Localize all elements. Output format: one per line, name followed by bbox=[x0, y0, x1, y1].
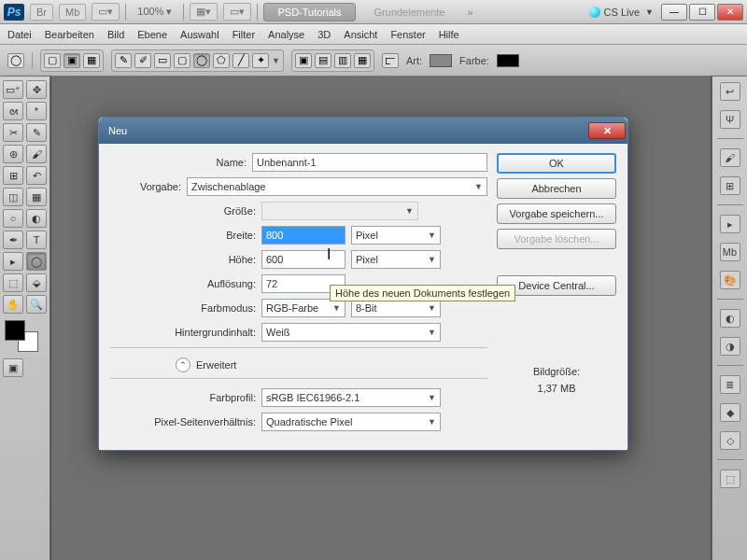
add-path-icon[interactable]: ▣ bbox=[295, 53, 312, 68]
screen-mode-button[interactable]: ▭▾ bbox=[92, 3, 120, 21]
minibridge-panel-icon[interactable]: Mb bbox=[720, 243, 740, 261]
height-field[interactable] bbox=[261, 250, 345, 269]
current-tool-preset[interactable]: ◯ bbox=[7, 53, 24, 68]
layers-panel-icon[interactable]: ≣ bbox=[720, 375, 740, 394]
menu-3d[interactable]: 3D bbox=[317, 29, 331, 40]
maximize-button[interactable]: ☐ bbox=[689, 4, 715, 21]
color-swatch[interactable] bbox=[497, 54, 519, 67]
actions-panel-icon[interactable]: Ψ bbox=[720, 110, 740, 129]
menu-ebene[interactable]: Ebene bbox=[137, 29, 167, 40]
polygon-icon[interactable]: ⬠ bbox=[213, 53, 230, 68]
arrange-button[interactable]: ▭▾ bbox=[223, 3, 251, 21]
magic-wand-tool[interactable]: * bbox=[26, 102, 47, 120]
dialog-close-button[interactable]: ✕ bbox=[588, 122, 626, 139]
character-panel-icon[interactable]: ⬚ bbox=[720, 469, 740, 488]
info-panel-icon[interactable]: ▸ bbox=[720, 215, 740, 233]
menu-filter[interactable]: Filter bbox=[233, 29, 255, 40]
blur-tool[interactable]: ○ bbox=[3, 209, 23, 228]
channels-panel-icon[interactable]: ◆ bbox=[720, 403, 740, 422]
custom-shape-icon[interactable]: ✦ bbox=[252, 53, 269, 68]
type-tool[interactable]: T bbox=[26, 231, 47, 249]
gradient-tool[interactable]: ▦ bbox=[26, 188, 47, 206]
width-field[interactable] bbox=[261, 226, 345, 245]
subtract-path-icon[interactable]: ▤ bbox=[315, 53, 331, 68]
height-unit-select[interactable]: Pixel▼ bbox=[351, 250, 441, 269]
name-field[interactable] bbox=[252, 153, 487, 172]
masks-panel-icon[interactable]: ◑ bbox=[720, 337, 740, 356]
crop-tool[interactable]: ✂ bbox=[3, 123, 23, 142]
rect-icon[interactable]: ▭ bbox=[154, 53, 171, 68]
preset-select[interactable]: Zwischenablage▼ bbox=[187, 177, 487, 196]
aspect-select[interactable]: Quadratische Pixel▼ bbox=[261, 413, 441, 431]
style-swatch[interactable] bbox=[430, 54, 452, 67]
menu-auswahl[interactable]: Auswahl bbox=[180, 29, 219, 40]
adjustments-panel-icon[interactable]: ◐ bbox=[720, 309, 740, 328]
fg-bg-colors[interactable] bbox=[3, 320, 40, 352]
zoom-tool[interactable]: 🔍 bbox=[26, 295, 47, 314]
dodge-tool[interactable]: ◐ bbox=[26, 209, 47, 228]
shape-tool[interactable]: ◯ bbox=[26, 252, 47, 271]
zoom-level[interactable]: 100% ▾ bbox=[132, 6, 177, 18]
separator bbox=[183, 4, 184, 21]
workspace-tab-active[interactable]: PSD-Tutorials bbox=[263, 3, 355, 21]
align-icon[interactable]: ⫍ bbox=[382, 53, 399, 68]
3d-tool[interactable]: ⬚ bbox=[3, 273, 23, 292]
pen-tool[interactable]: ✒ bbox=[3, 231, 23, 249]
heal-tool[interactable]: ⊛ bbox=[3, 145, 23, 163]
advanced-toggle[interactable]: ⌃ Erweitert bbox=[176, 357, 487, 372]
eraser-tool[interactable]: ◫ bbox=[3, 188, 23, 206]
stamp-tool[interactable]: ⊞ bbox=[3, 166, 23, 185]
fill-pixels-icon[interactable]: ▦ bbox=[83, 53, 100, 68]
save-preset-button[interactable]: Vorgabe speichern... bbox=[497, 203, 616, 224]
fg-color-swatch[interactable] bbox=[5, 320, 25, 341]
menu-ansicht[interactable]: Ansicht bbox=[344, 29, 377, 40]
menu-hilfe[interactable]: Hilfe bbox=[439, 29, 459, 40]
brush-tool[interactable]: 🖌 bbox=[26, 145, 47, 163]
shape-layers-icon[interactable]: ▢ bbox=[44, 53, 61, 68]
history-panel-icon[interactable]: ↩ bbox=[720, 82, 740, 101]
ellipse-icon[interactable]: ◯ bbox=[193, 53, 210, 68]
move-arrow-tool[interactable]: ✥ bbox=[26, 80, 47, 99]
history-brush-tool[interactable]: ↶ bbox=[26, 166, 47, 185]
3d-camera-tool[interactable]: ⬙ bbox=[26, 273, 47, 292]
color-panel-icon[interactable]: 🎨 bbox=[720, 271, 740, 289]
pen-icon[interactable]: ✎ bbox=[115, 53, 132, 68]
clone-panel-icon[interactable]: ⊞ bbox=[720, 176, 740, 195]
line-icon[interactable]: ╱ bbox=[233, 53, 249, 68]
dialog-titlebar[interactable]: Neu ✕ bbox=[99, 118, 627, 144]
window-close-button[interactable]: ✕ bbox=[717, 4, 743, 21]
freeform-pen-icon[interactable]: ✐ bbox=[134, 53, 151, 68]
menu-fenster[interactable]: Fenster bbox=[390, 29, 425, 40]
cs-live-button[interactable]: CS Live▼ bbox=[589, 7, 654, 18]
hand-tool[interactable]: ✋ bbox=[3, 295, 23, 314]
quickmask-tool[interactable]: ▣ bbox=[3, 358, 23, 377]
intersect-path-icon[interactable]: ▥ bbox=[334, 53, 351, 68]
workspace-tab-inactive[interactable]: Grundelemente bbox=[361, 4, 458, 21]
colormode-select[interactable]: RGB-Farbe▼ bbox=[261, 299, 345, 317]
menu-bild[interactable]: Bild bbox=[107, 29, 124, 40]
profile-select[interactable]: sRGB IEC61966-2.1▼ bbox=[261, 388, 441, 407]
move-tool[interactable]: ▭⁺ bbox=[3, 80, 23, 99]
path-select-tool[interactable]: ▸ bbox=[3, 252, 23, 271]
lasso-tool[interactable]: ᘛ bbox=[3, 102, 23, 120]
cancel-button[interactable]: Abbrechen bbox=[497, 178, 616, 199]
size-label: Größe: bbox=[148, 205, 256, 217]
paths-icon[interactable]: ▣ bbox=[63, 53, 80, 68]
width-unit-select[interactable]: Pixel▼ bbox=[351, 226, 441, 245]
menu-bearbeiten[interactable]: Bearbeiten bbox=[45, 29, 94, 40]
view-extras-button[interactable]: ▦▾ bbox=[190, 3, 218, 21]
bridge-button[interactable]: Br bbox=[30, 4, 53, 21]
menu-analyse[interactable]: Analyse bbox=[268, 29, 304, 40]
menu-datei[interactable]: Datei bbox=[7, 29, 32, 40]
exclude-path-icon[interactable]: ▦ bbox=[354, 53, 371, 68]
bgcontent-select[interactable]: Weiß▼ bbox=[261, 323, 441, 342]
bitdepth-select[interactable]: 8-Bit▼ bbox=[351, 299, 441, 317]
minimize-button[interactable]: — bbox=[661, 4, 687, 21]
paths-panel-icon[interactable]: ◇ bbox=[720, 431, 740, 450]
more-workspaces-icon[interactable]: » bbox=[463, 7, 476, 18]
rounded-rect-icon[interactable]: ▢ bbox=[174, 53, 190, 68]
ok-button[interactable]: OK bbox=[497, 153, 616, 174]
brush-panel-icon[interactable]: 🖌 bbox=[720, 148, 740, 167]
minibridge-button[interactable]: Mb bbox=[59, 4, 86, 21]
eyedropper-tool[interactable]: ✎ bbox=[26, 123, 47, 142]
